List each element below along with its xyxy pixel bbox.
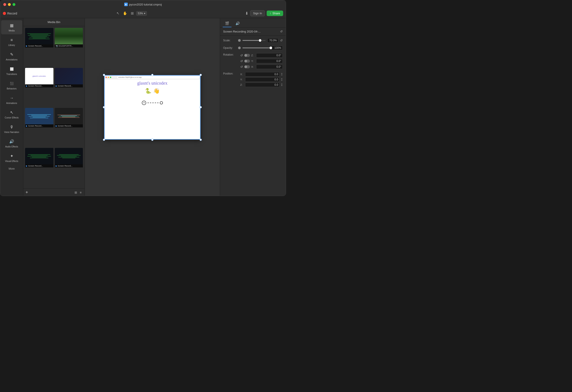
screen-record-icon-5: ▶ [26,125,28,127]
media-item-6[interactable]: ▶ Screen Record... [55,108,83,147]
inspector-body: Scale: 70.0% ↺ Opacity: 100% [220,36,286,196]
path-end [160,101,163,104]
audio-effects-icon: 🔊 [9,139,15,145]
close-button[interactable] [3,3,6,6]
fullscreen-button[interactable] [13,3,16,6]
sidebar-item-media[interactable]: ▦ Media [1,20,22,34]
animations-icon: → [9,95,15,101]
sidebar-more[interactable]: More [0,165,23,172]
handle-bl[interactable] [103,139,105,141]
signin-button[interactable]: Sign In [250,10,265,16]
media-item-label-4: Screen Record... [58,85,73,87]
sidebar-item-voice-narration[interactable]: 🎙 Voice Narration [1,122,22,136]
record-button[interactable]: Record [3,12,17,15]
screen-record-icon-4: ▶ [56,85,57,87]
cursor-effects-icon: ↖ [9,110,15,116]
rotation-z-row: ↺ Z: 0.0° [240,53,283,58]
rotation-z-label: Z: [251,54,255,57]
record-indicator [3,12,6,15]
sidebar-item-transitions[interactable]: ⬜ Transitions [1,64,22,78]
rotation-y-label: Y: [251,60,255,63]
sidebar-item-audio-effects[interactable]: 🔊 Audio Effects [1,136,22,150]
handle-ml[interactable] [103,106,105,108]
preview-emoji-row: 🐍 👋 [145,88,160,94]
window-title: ▶ pycon2020 tutorial.cmproj [124,3,162,6]
rotation-y-value: 0.0° [256,59,283,63]
pan-tool-button[interactable]: ✋ [122,10,128,16]
opacity-fill [242,47,270,48]
screen-record-icon-1: ▶ [26,45,28,47]
minimize-button[interactable] [8,3,11,6]
media-item-8[interactable]: ▶ Screen Record... [55,148,83,187]
sidebar-item-cursor-effects[interactable]: ↖ Cursor Effects [1,107,22,121]
position-x-stepper[interactable]: ▲ ▼ [281,73,283,76]
position-y-value: 0.0 [245,77,280,82]
sidebar-item-animations[interactable]: → Animations [1,93,22,107]
media-item-4[interactable]: ▶ Screen Record... [55,68,83,107]
handle-mr[interactable] [200,106,202,108]
list-view-button[interactable]: ≡ [79,190,82,195]
handle-tl[interactable] [103,74,105,76]
inspector-title: Screen Recording 2020-04-... [223,30,261,33]
media-item-2[interactable]: 📷 00100IPORTR... [55,28,83,67]
handle-br[interactable] [200,139,202,141]
scale-thumb[interactable] [259,39,261,42]
crop-tool-button[interactable]: ⊞ [130,10,135,16]
zoom-selector[interactable]: 53% ▾ [136,11,147,16]
select-tool-button[interactable]: ↖ [116,10,120,16]
media-item-5[interactable]: ▶ Screen Record... [25,108,53,147]
share-button[interactable]: ↑ Share [267,11,283,16]
rotation-x-ccw-icon[interactable]: ↺ [240,65,243,69]
media-item-label-7: Screen Record... [28,165,43,167]
rotation-z-value: 0.0° [256,53,283,58]
inspector-tab-video[interactable]: 🎬 [223,20,231,27]
scale-fill [242,40,259,41]
position-z-stepper[interactable]: ▲ ▼ [281,83,283,87]
annotations-icon: ✎ [9,51,15,58]
sidebar-item-visual-effects[interactable]: ✦ Visual Effects [1,151,22,165]
scale-reset-button[interactable]: ↺ [280,39,283,42]
scale-slider[interactable] [242,40,266,41]
media-item-3[interactable]: glasnt's unicodex ▶ Screen Record... [25,68,53,107]
opacity-thumb[interactable] [270,47,272,49]
sidebar-item-behaviors[interactable]: ⬛ Behaviors [1,78,22,92]
toolbar-tools: ↖ ✋ ⊞ 53% ▾ [116,10,147,16]
handle-tc[interactable] [151,74,153,76]
media-item-label-3: Screen Record... [28,85,43,87]
add-media-button[interactable]: + [26,190,28,195]
position-x-label: X: [240,73,244,76]
media-icon: ▦ [9,22,15,29]
canvas-preview: unicodex-i7dp347gfa-uc.a.run.app glasnt'… [104,75,201,140]
media-bin-panel: Media Bin ▶ Screen Record... [23,18,85,196]
rotation-z-toggle[interactable] [244,54,250,57]
position-label: Position: [223,72,238,75]
rotation-x-toggle[interactable] [244,65,250,68]
media-item-1[interactable]: ▶ Screen Record... [25,28,53,67]
media-item-7[interactable]: ▶ Screen Record... [25,148,53,187]
scale-toggle[interactable] [238,39,241,42]
handle-bc[interactable] [151,139,153,141]
inspector-header: Screen Recording 2020-04-... ↺ [220,28,286,36]
rotation-y-toggle[interactable] [244,60,250,63]
rotation-x-row: ↺ X: 0.0° [240,65,283,69]
screen-record-icon-8: ▶ [56,165,57,167]
opacity-slider[interactable] [242,47,270,48]
rotation-z-ccw-icon[interactable]: ↺ [240,54,243,57]
rotation-y-ccw-icon[interactable]: ↺ [240,59,243,63]
download-button[interactable]: ⬇ [245,11,248,16]
handle-tr[interactable] [200,74,202,76]
screen-record-icon-7: ▶ [26,165,28,167]
canvas-container: unicodex-i7dp347gfa-uc.a.run.app glasnt'… [104,75,201,140]
sidebar-item-annotations[interactable]: ✎ Annotations [1,49,22,63]
view-toggle: ⊞ ≡ [74,190,82,195]
position-y-stepper[interactable]: ▲ ▼ [281,78,283,81]
scale-label: Scale: [223,39,236,42]
opacity-toggle[interactable] [238,47,241,49]
position-y-row: Y: 0.0 ▲ ▼ [240,77,283,82]
inspector-tab-audio[interactable]: 🔊 [233,20,242,27]
inspector-refresh-button[interactable]: ↺ [280,30,283,33]
photo-icon-2: 📷 [56,45,58,47]
media-item-label-5: Screen Record... [28,125,43,127]
grid-view-button[interactable]: ⊞ [74,190,78,195]
sidebar-item-library[interactable]: ≡ Library [1,35,22,49]
